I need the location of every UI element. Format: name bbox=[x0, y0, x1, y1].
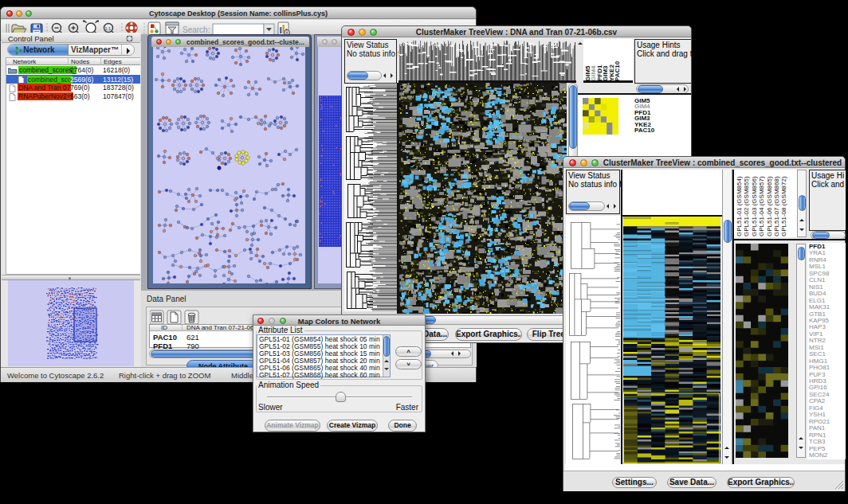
svg-text:GPL51-04 (GSM857): GPL51-04 (GSM857) bbox=[758, 176, 765, 236]
svg-text:GPL51-02 (GSM855): GPL51-02 (GSM855) bbox=[743, 176, 750, 236]
svg-text:GPL51-08 (GSM872): GPL51-08 (GSM872) bbox=[780, 176, 787, 236]
svg-text:1:1: 1:1 bbox=[105, 26, 112, 31]
svg-text:GPL51-06 (GSM865): GPL51-06 (GSM865) bbox=[766, 176, 773, 236]
svg-text:GPL51-01 (GSM854): GPL51-01 (GSM854) bbox=[736, 176, 743, 236]
svg-text:GPL51-03 (GSM856): GPL51-03 (GSM856) bbox=[751, 176, 758, 236]
svg-text:Search:: Search: bbox=[183, 25, 210, 34]
svg-text:PAC10: PAC10 bbox=[614, 61, 621, 81]
svg-text:GPL51-07 (GSM868): GPL51-07 (GSM868) bbox=[773, 176, 780, 236]
